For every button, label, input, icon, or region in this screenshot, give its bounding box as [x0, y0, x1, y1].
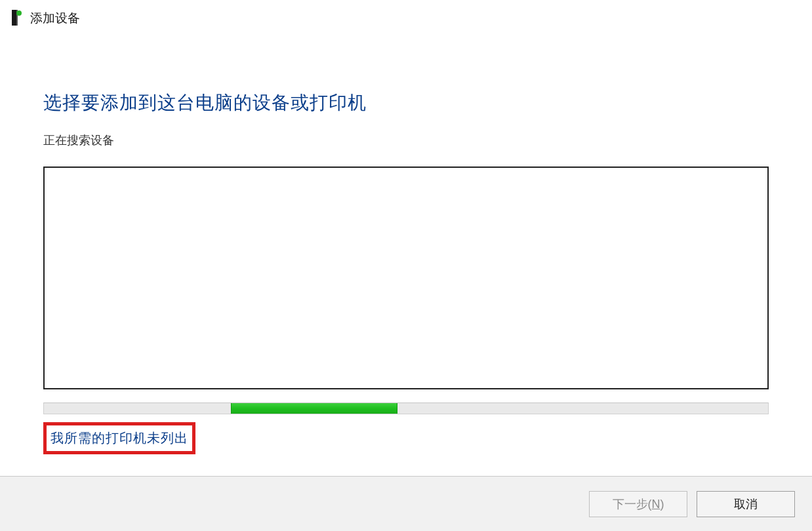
next-button-label-prefix: 下一步(	[613, 498, 652, 511]
add-device-window: 添加设备 选择要添加到这台电脑的设备或打印机 正在搜索设备 我所需的打印机未列出…	[0, 0, 812, 531]
svg-point-2	[16, 10, 22, 16]
search-progress-bar	[43, 403, 769, 414]
page-heading: 选择要添加到这台电脑的设备或打印机	[43, 90, 769, 115]
window-title: 添加设备	[30, 10, 80, 27]
cancel-button[interactable]: 取消	[697, 491, 795, 517]
printer-not-listed-link[interactable]: 我所需的打印机未列出	[51, 431, 188, 445]
next-button-key: N	[652, 498, 660, 511]
link-row: 我所需的打印机未列出	[43, 422, 769, 454]
footer: 下一步(N) 取消	[0, 476, 812, 531]
progress-chunk	[231, 403, 397, 414]
next-button[interactable]: 下一步(N)	[589, 491, 687, 517]
content-area: 选择要添加到这台电脑的设备或打印机 正在搜索设备 我所需的打印机未列出	[0, 31, 812, 476]
device-icon	[9, 10, 22, 27]
next-button-label-suffix: )	[660, 498, 664, 511]
status-text: 正在搜索设备	[43, 132, 769, 148]
titlebar: 添加设备	[0, 0, 812, 31]
link-highlight-box: 我所需的打印机未列出	[43, 422, 195, 454]
device-list[interactable]	[43, 167, 769, 389]
